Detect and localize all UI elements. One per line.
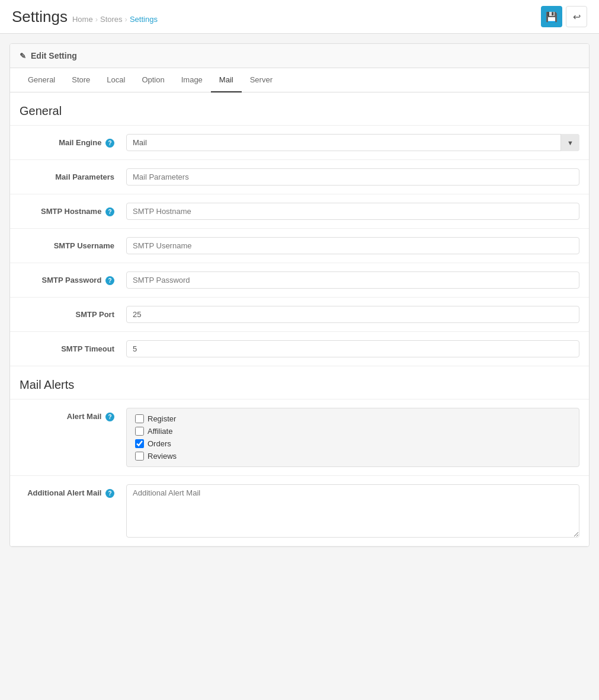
breadcrumb-sep-2: › <box>125 15 127 24</box>
checkbox-reviews-label: Reviews <box>148 452 177 461</box>
top-bar-left: Settings Home › Stores › Settings <box>12 8 158 26</box>
breadcrumb-stores[interactable]: Stores <box>100 15 123 24</box>
checkbox-orders-label: Orders <box>148 439 171 448</box>
checkbox-orders[interactable]: Orders <box>135 439 571 448</box>
tab-store[interactable]: Store <box>63 68 98 92</box>
mail-parameters-label: Mail Parameters <box>20 168 126 181</box>
breadcrumb: Home › Stores › Settings <box>72 15 158 24</box>
smtp-username-input[interactable] <box>126 237 579 254</box>
smtp-timeout-input[interactable] <box>126 340 579 357</box>
checkbox-register-label: Register <box>148 414 176 423</box>
smtp-password-input[interactable] <box>126 271 579 289</box>
mail-parameters-input[interactable] <box>126 168 579 186</box>
form-group-smtp-hostname: SMTP Hostname ? <box>10 194 589 229</box>
form-group-smtp-username: SMTP Username <box>10 229 589 263</box>
mail-engine-select[interactable]: Mail SMTP Sendmail <box>126 134 579 151</box>
breadcrumb-home[interactable]: Home <box>72 15 93 24</box>
tab-local[interactable]: Local <box>98 68 133 92</box>
settings-card: ✎ Edit Setting General Store Local Optio… <box>9 43 590 547</box>
page-title: Settings <box>12 8 68 26</box>
additional-alert-mail-help-icon[interactable]: ? <box>105 489 114 498</box>
general-section-title: General <box>10 92 589 126</box>
form-group-mail-parameters: Mail Parameters <box>10 160 589 194</box>
smtp-hostname-help-icon[interactable]: ? <box>105 207 114 216</box>
form-group-smtp-timeout: SMTP Timeout <box>10 332 589 366</box>
card-header: ✎ Edit Setting <box>10 44 589 68</box>
smtp-timeout-label: SMTP Timeout <box>20 340 126 353</box>
checkbox-register-input[interactable] <box>135 414 144 423</box>
back-icon: ↩ <box>573 11 581 23</box>
mail-engine-help-icon[interactable]: ? <box>105 139 114 148</box>
tab-image[interactable]: Image <box>173 68 211 92</box>
smtp-username-label: SMTP Username <box>20 237 126 250</box>
tab-mail[interactable]: Mail <box>211 68 242 92</box>
alert-mail-checkbox-group: Register Affiliate Orders Reviews <box>126 408 579 467</box>
form-group-additional-alert-mail: Additional Alert Mail ? <box>10 476 589 546</box>
alert-mail-label: Alert Mail ? <box>20 408 126 421</box>
tab-option[interactable]: Option <box>133 68 172 92</box>
smtp-port-label: SMTP Port <box>20 306 126 319</box>
checkbox-affiliate-input[interactable] <box>135 427 144 436</box>
save-button[interactable]: 💾 <box>541 6 562 27</box>
form-group-smtp-password: SMTP Password ? <box>10 263 589 298</box>
mail-engine-select-wrapper: Mail SMTP Sendmail ▼ <box>126 134 579 151</box>
main-content: ✎ Edit Setting General Store Local Optio… <box>0 34 599 557</box>
top-bar: Settings Home › Stores › Settings 💾 ↩ <box>0 0 599 34</box>
card-header-label: Edit Setting <box>31 51 77 60</box>
form-group-alert-mail: Alert Mail ? Register Affiliate Orders <box>10 399 589 476</box>
form-group-smtp-port: SMTP Port <box>10 298 589 332</box>
checkbox-reviews-input[interactable] <box>135 452 144 461</box>
breadcrumb-sep-1: › <box>95 15 98 24</box>
tab-general[interactable]: General <box>20 68 63 92</box>
alert-mail-help-icon[interactable]: ? <box>105 413 114 421</box>
save-icon: 💾 <box>546 11 558 23</box>
checkbox-affiliate[interactable]: Affiliate <box>135 427 571 436</box>
smtp-port-input[interactable] <box>126 306 579 323</box>
checkbox-reviews[interactable]: Reviews <box>135 452 571 461</box>
back-button[interactable]: ↩ <box>566 6 587 27</box>
smtp-hostname-input[interactable] <box>126 203 579 220</box>
top-bar-actions: 💾 ↩ <box>541 6 587 27</box>
checkbox-orders-input[interactable] <box>135 439 144 448</box>
mail-engine-label: Mail Engine ? <box>20 134 126 148</box>
smtp-password-label: SMTP Password ? <box>20 271 126 285</box>
smtp-hostname-label: SMTP Hostname ? <box>20 203 126 216</box>
tab-server[interactable]: Server <box>242 68 281 92</box>
checkbox-register[interactable]: Register <box>135 414 571 423</box>
smtp-password-help-icon[interactable]: ? <box>105 276 114 285</box>
tab-bar: General Store Local Option Image Mail Se… <box>10 68 589 92</box>
additional-alert-mail-textarea[interactable] <box>126 484 579 538</box>
form-group-mail-engine: Mail Engine ? Mail SMTP Sendmail ▼ <box>10 126 589 160</box>
pencil-icon: ✎ <box>20 52 26 60</box>
additional-alert-mail-label: Additional Alert Mail ? <box>20 484 126 498</box>
checkbox-affiliate-label: Affiliate <box>148 427 172 436</box>
breadcrumb-settings[interactable]: Settings <box>130 15 158 24</box>
mail-alerts-section-title: Mail Alerts <box>10 366 589 399</box>
